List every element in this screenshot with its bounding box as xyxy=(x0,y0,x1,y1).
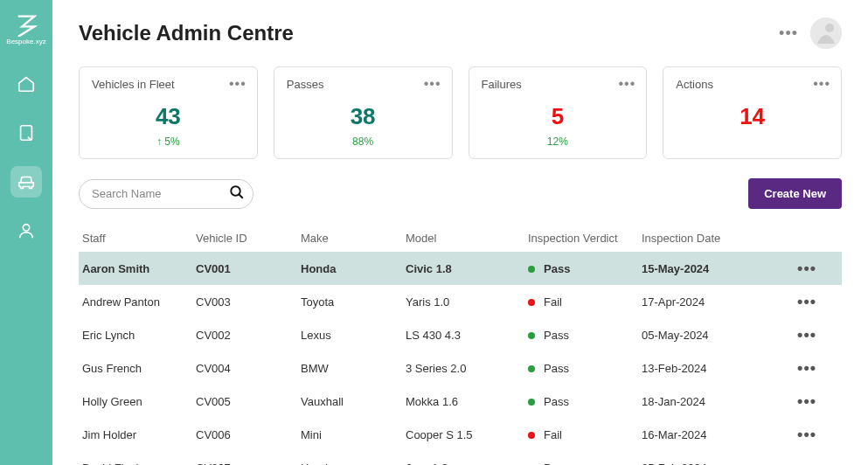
column-header[interactable]: Model xyxy=(406,232,528,245)
cell-verdict: Pass xyxy=(528,362,642,375)
sidebar: Bespoke.xyz xyxy=(0,0,52,465)
column-header[interactable]: Make xyxy=(301,232,406,245)
cell-staff: Holly Green xyxy=(82,395,196,408)
row-more-icon[interactable]: ••• xyxy=(781,459,816,465)
svg-rect-0 xyxy=(21,126,32,141)
stat-card: Actions ••• 14 xyxy=(663,66,842,159)
brand-logo[interactable]: Bespoke.xyz xyxy=(4,7,48,51)
column-header[interactable]: Staff xyxy=(82,232,196,245)
table-body: Aaron Smith CV001 Honda Civic 1.8 Pass 1… xyxy=(79,252,842,465)
status-dot-icon xyxy=(528,432,535,439)
card-title: Vehicles in Fleet xyxy=(92,78,245,91)
table-row[interactable]: Aaron Smith CV001 Honda Civic 1.8 Pass 1… xyxy=(79,252,842,285)
status-dot-icon xyxy=(528,332,535,339)
cell-model: Yaris 1.0 xyxy=(406,295,528,309)
card-more-icon[interactable]: ••• xyxy=(618,76,635,92)
stat-cards: Vehicles in Fleet ••• 43 ↑ 5% Passes •••… xyxy=(79,66,842,159)
card-value: 14 xyxy=(676,103,829,130)
card-value: 38 xyxy=(287,103,440,130)
row-more-icon[interactable]: ••• xyxy=(781,359,816,378)
cell-vehicle-id: CV005 xyxy=(196,395,301,408)
row-more-icon[interactable]: ••• xyxy=(781,392,816,411)
status-dot-icon xyxy=(528,365,535,372)
row-more-icon[interactable]: ••• xyxy=(781,293,816,311)
create-new-button[interactable]: Create New xyxy=(748,178,842,209)
cell-staff: Jim Holder xyxy=(82,428,196,441)
card-value: 5 xyxy=(482,103,635,130)
cell-model: Mokka 1.6 xyxy=(406,395,528,408)
cell-date: 16-Mar-2024 xyxy=(642,428,781,441)
table-row[interactable]: Andrew Panton CV003 Toyota Yaris 1.0 Fai… xyxy=(79,285,842,318)
column-header[interactable]: Vehicle ID xyxy=(196,232,301,245)
card-more-icon[interactable]: ••• xyxy=(424,76,441,92)
cell-date: 15-May-2024 xyxy=(642,262,781,275)
svg-point-3 xyxy=(825,24,834,32)
svg-point-2 xyxy=(810,17,842,49)
nav-home[interactable] xyxy=(10,68,42,100)
page-title: Vehicle Admin Centre xyxy=(79,21,294,45)
cell-staff: Gus French xyxy=(82,362,196,375)
search-wrap xyxy=(79,179,253,209)
card-sub: 12% xyxy=(482,135,635,148)
table-row[interactable]: Jim Holder CV006 Mini Cooper S 1.5 Fail … xyxy=(79,418,842,451)
cell-vehicle-id: CV007 xyxy=(196,462,301,465)
search-input[interactable] xyxy=(79,179,253,209)
status-dot-icon xyxy=(528,399,535,406)
cell-verdict: Fail xyxy=(528,428,642,441)
table-row[interactable]: Eric Lynch CV002 Lexus LS 430 4.3 Pass 0… xyxy=(79,318,842,351)
nav-vehicle[interactable] xyxy=(10,166,42,198)
table-row[interactable]: Holly Green CV005 Vauxhall Mokka 1.6 Pas… xyxy=(79,385,842,418)
cell-staff: Andrew Panton xyxy=(82,295,196,309)
svg-point-4 xyxy=(231,186,240,196)
row-more-icon[interactable]: ••• xyxy=(781,426,816,444)
cell-make: Vauxhall xyxy=(301,395,406,408)
stat-card: Failures ••• 5 12% xyxy=(469,66,648,159)
nav-profile[interactable] xyxy=(10,215,42,246)
cell-verdict: Pass xyxy=(528,329,642,342)
cell-date: 13-Feb-2024 xyxy=(642,362,781,375)
cell-make: Mini xyxy=(301,428,406,441)
stat-card: Vehicles in Fleet ••• 43 ↑ 5% xyxy=(79,66,258,159)
cell-make: Honda xyxy=(301,262,406,275)
cell-verdict: Fail xyxy=(528,295,642,309)
status-dot-icon xyxy=(528,266,535,273)
table-row[interactable]: David Finch CV007 Honda Jazz 1.3 Pass 25… xyxy=(79,451,842,465)
card-value: 43 xyxy=(92,103,245,130)
card-title: Passes xyxy=(287,78,440,91)
column-header[interactable]: Inspection Verdict xyxy=(528,232,642,245)
cell-make: Honda xyxy=(301,462,406,465)
search-icon[interactable] xyxy=(229,184,245,204)
card-more-icon[interactable]: ••• xyxy=(813,76,830,92)
cell-verdict: Pass xyxy=(528,262,642,275)
card-title: Failures xyxy=(482,78,635,91)
topbar-more-icon[interactable]: ••• xyxy=(779,24,798,43)
row-more-icon[interactable]: ••• xyxy=(781,326,816,344)
main-content: Vehicle Admin Centre ••• Vehicles in Fle… xyxy=(52,0,868,465)
card-more-icon[interactable]: ••• xyxy=(229,76,247,92)
avatar[interactable] xyxy=(810,17,842,49)
cell-date: 05-May-2024 xyxy=(642,329,781,342)
cell-staff: David Finch xyxy=(82,462,196,465)
cell-date: 17-Apr-2024 xyxy=(642,295,781,309)
table-header: StaffVehicle IDMakeModelInspection Verdi… xyxy=(79,225,842,252)
cell-verdict: Pass xyxy=(528,462,642,465)
svg-point-1 xyxy=(23,225,29,231)
controls-row: Create New xyxy=(79,178,842,209)
cell-vehicle-id: CV004 xyxy=(196,362,301,375)
card-sub: 88% xyxy=(287,135,440,148)
cell-vehicle-id: CV003 xyxy=(196,295,301,309)
cell-vehicle-id: CV001 xyxy=(196,262,301,275)
column-header[interactable]: Inspection Date xyxy=(642,232,781,245)
data-table: StaffVehicle IDMakeModelInspection Verdi… xyxy=(79,225,842,465)
cell-date: 18-Jan-2024 xyxy=(642,395,781,408)
row-more-icon[interactable]: ••• xyxy=(781,260,816,278)
cell-date: 25-Feb-2024 xyxy=(642,462,781,465)
cell-model: Jazz 1.3 xyxy=(406,462,528,465)
stat-card: Passes ••• 38 88% xyxy=(274,66,453,159)
card-sub: ↑ 5% xyxy=(92,135,245,148)
table-row[interactable]: Gus French CV004 BMW 3 Series 2.0 Pass 1… xyxy=(79,351,842,385)
cell-model: LS 430 4.3 xyxy=(406,329,528,342)
nav-document[interactable] xyxy=(10,117,42,149)
cell-vehicle-id: CV006 xyxy=(196,428,301,441)
cell-make: Lexus xyxy=(301,329,406,342)
